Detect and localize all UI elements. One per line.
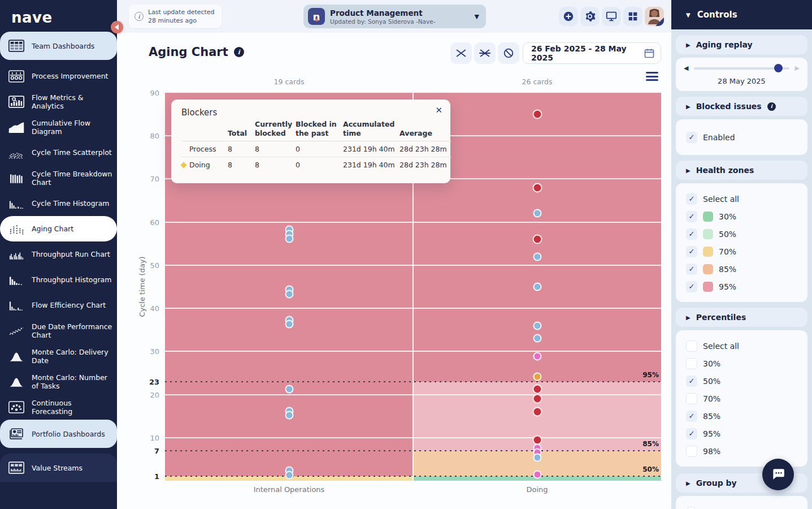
chevron-right-icon: ▶ <box>686 314 691 321</box>
sidebar-item-label: Throughput Run Chart <box>32 250 110 258</box>
sidebar-item-flow-efficiency[interactable]: Flow Efficiency Chart <box>0 292 117 318</box>
work-item-dot-red[interactable] <box>532 407 542 417</box>
chat-fab-button[interactable] <box>762 459 794 490</box>
settings-button[interactable] <box>580 7 600 26</box>
close-icon[interactable]: ✕ <box>435 105 442 115</box>
blocked-issues-enabled-checkbox[interactable]: ✓ Enabled <box>676 128 807 146</box>
work-item-dot-blue[interactable] <box>285 234 293 243</box>
work-item-dot-blue[interactable] <box>533 209 541 218</box>
blocked-toggle-button[interactable] <box>498 42 519 64</box>
health-zones-option-85[interactable]: ✓85% <box>676 260 807 278</box>
sidebar-item-flow-metrics[interactable]: Flow Metrics & Analytics <box>0 89 117 114</box>
sidebar-item-label: Flow Metrics & Analytics <box>32 93 112 110</box>
health-zones-option-selectall[interactable]: ✓Select all <box>676 190 807 208</box>
sidebar-item-throughput-run-chart[interactable]: Throughput Run Chart <box>0 241 117 267</box>
work-item-dot-blue[interactable] <box>533 453 541 461</box>
section-blocked-issues[interactable]: ▶ Blocked issues i <box>676 97 807 116</box>
chevron-right-icon: ▶ <box>686 167 691 174</box>
work-item-dot-pink[interactable] <box>533 352 541 361</box>
add-button[interactable] <box>559 7 578 26</box>
percentiles-option-70[interactable]: ✓70% <box>676 390 807 407</box>
percentiles-option-50[interactable]: ✓50% <box>676 372 807 390</box>
sidebar-item-monte-carlo-delivery[interactable]: Monte Carlo: Delivery Date <box>0 343 117 369</box>
sidebar-item-process-improvement[interactable]: Process Improvement <box>0 63 117 89</box>
sidebar-item-label: Value Streams <box>32 464 82 472</box>
percentiles-option-98[interactable]: ✓98% <box>676 442 807 460</box>
sidebar-item-team-dashboards[interactable]: Team Dashboards <box>0 32 117 60</box>
health-zones-option-95[interactable]: ✓95% <box>676 278 807 295</box>
section-health-zones[interactable]: ▶ Health zones <box>676 161 807 180</box>
work-item-dot-red[interactable] <box>532 183 542 192</box>
work-item-dot-red[interactable] <box>532 235 542 244</box>
y-axis-tick: 20 <box>150 390 159 399</box>
slider-next-button[interactable]: ▶ <box>795 64 800 72</box>
sidebar-item-cycle-time-breakdown[interactable]: Cycle Time Breakdown Chart <box>0 165 117 191</box>
project-selector[interactable]: n Product Management Updated by: Sonya S… <box>303 5 486 28</box>
sidebar-item-due-date-performance[interactable]: Due Date Performance Chart <box>0 318 117 343</box>
work-item-dot-red[interactable] <box>532 394 542 404</box>
team-dashboards-icon <box>7 40 26 52</box>
work-item-dot-blue[interactable] <box>285 290 293 298</box>
slider-prev-button[interactable]: ◀ <box>684 64 688 72</box>
work-item-dot-blue[interactable] <box>533 334 541 343</box>
controls-header[interactable]: ▼ Controls <box>671 0 812 29</box>
sidebar-item-cycle-time-scatterplot[interactable]: Cycle Time Scatterplot <box>0 140 117 165</box>
y-axis-tick-bold: 23 <box>149 377 159 386</box>
percentiles-card: ✓Select all✓30%✓50%✓70%✓85%✓95%✓98% <box>676 330 807 467</box>
aging-replay-slider[interactable] <box>694 67 789 70</box>
monte-carlo-tasks-icon <box>7 376 26 388</box>
work-item-dot-blue[interactable] <box>533 321 541 330</box>
zone-color-swatch <box>703 212 713 222</box>
blockers-column-header: Average <box>400 120 451 141</box>
sidebar-item-aging-chart[interactable]: Aging Chart <box>0 216 117 241</box>
work-item-dot-red[interactable] <box>532 385 542 394</box>
sidebar-collapse-button[interactable] <box>111 21 123 33</box>
slider-thumb[interactable] <box>774 64 783 72</box>
option-label: 95% <box>719 282 736 291</box>
health-zones-option-70[interactable]: ✓70% <box>676 243 807 260</box>
page-title: Aging Chart <box>149 45 228 59</box>
sidebar-item-cumulative-flow-diagram[interactable]: Cumulative Flow Diagram <box>0 114 117 140</box>
display-button[interactable] <box>602 7 621 26</box>
apps-button[interactable] <box>623 7 642 26</box>
sidebar-item-value-streams[interactable]: Value Streams <box>0 454 117 482</box>
sidebar-item-label: Flow Efficiency Chart <box>32 301 106 309</box>
sidebar-item-portfolio-dashboards[interactable]: Portfolio Dashboards <box>0 420 117 448</box>
continuous-forecasting-icon <box>7 401 26 413</box>
work-item-dot-blue[interactable] <box>533 252 541 261</box>
user-avatar[interactable] <box>645 7 664 26</box>
chart-menu-button[interactable] <box>646 72 658 81</box>
intersect-toggle-button[interactable] <box>450 42 472 64</box>
checkbox-checked-icon: ✓ <box>686 428 697 439</box>
y-axis-tick: 10 <box>150 433 159 442</box>
work-item-dot-blue[interactable] <box>285 411 293 420</box>
work-item-dot-blue[interactable] <box>285 471 293 480</box>
work-item-dot-blue[interactable] <box>533 283 541 291</box>
section-percentiles[interactable]: ▶ Percentiles <box>676 308 807 327</box>
date-range-picker[interactable]: 26 Feb 2025 - 28 May 2025 <box>523 42 661 64</box>
percentile-label: 95% <box>642 371 659 379</box>
percentiles-option-85[interactable]: ✓85% <box>676 407 807 425</box>
group-by-label: Group by <box>696 478 737 488</box>
sidebar-item-cycle-time-histogram[interactable]: Cycle Time Histogram <box>0 191 117 216</box>
doing-marker-icon <box>180 162 186 169</box>
blocked-issues-info-icon[interactable]: i <box>767 102 776 111</box>
percentiles-option-30[interactable]: ✓30% <box>676 355 807 372</box>
plus-icon <box>562 10 575 23</box>
chart-info-icon[interactable]: i <box>234 47 244 57</box>
work-item-dot-blue[interactable] <box>285 320 293 329</box>
section-aging-replay[interactable]: ▶ Aging replay <box>676 35 807 54</box>
work-item-dot-red[interactable] <box>532 110 542 119</box>
percentiles-option-95[interactable]: ✓95% <box>676 425 807 442</box>
sidebar-item-throughput-histogram[interactable]: Throughput Histogram <box>0 267 117 292</box>
group-by-option-hour[interactable]: Hour <box>676 503 807 509</box>
work-item-dot-pink[interactable] <box>533 471 541 479</box>
work-item-dot-orange[interactable] <box>533 372 541 381</box>
work-item-dot-blue[interactable] <box>285 385 293 394</box>
sidebar-item-monte-carlo-tasks[interactable]: Monte Carlo: Number of Tasks <box>0 369 117 394</box>
health-zones-option-30[interactable]: ✓30% <box>676 208 807 225</box>
sidebar-item-continuous-forecasting[interactable]: Continuous Forecasting <box>0 394 117 420</box>
percentiles-option-selectall[interactable]: ✓Select all <box>676 337 807 355</box>
health-zones-option-50[interactable]: ✓50% <box>676 225 807 243</box>
intersect-off-toggle-button[interactable] <box>474 42 496 64</box>
